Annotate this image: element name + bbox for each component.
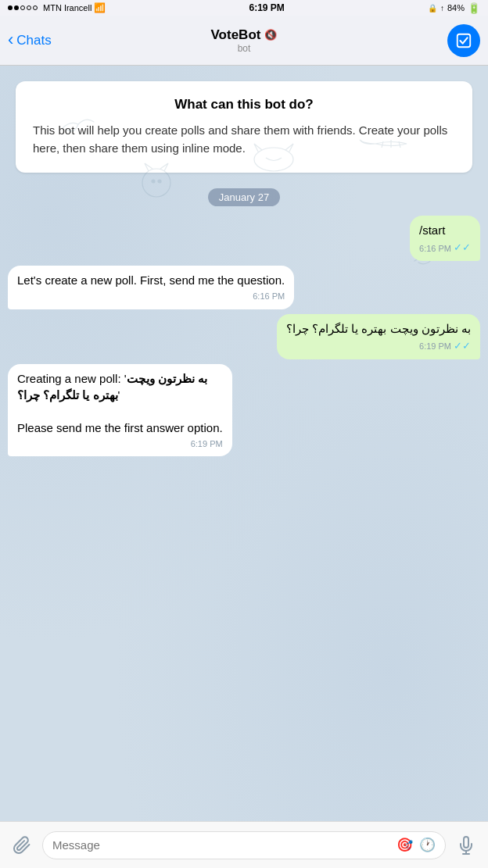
signal-dots — [8, 5, 38, 10]
mute-icon: 🔇 — [264, 29, 277, 41]
bubble-outgoing-2: به نظرتون ویچت بهتره یا تلگرام؟ چرا؟ 6:1… — [277, 314, 480, 359]
message-row: Let's create a new poll. First, send me … — [8, 266, 480, 309]
bot-subtitle: bot — [211, 43, 278, 54]
signal-dot-3 — [20, 5, 25, 10]
microphone-icon — [457, 836, 475, 855]
bubble-time: 6:16 PM — [253, 291, 285, 302]
mic-button[interactable] — [454, 833, 479, 858]
status-bar: MTN Irancell 📶 6:19 PM 🔒 ↑ 84% 🔋 — [0, 0, 488, 16]
bubble-meta: 6:19 PM ✓✓ — [286, 339, 471, 353]
lock-icon: 🔒 — [428, 4, 437, 13]
checkmark-icon — [455, 32, 472, 49]
welcome-card: What can this bot do? This bot will help… — [16, 81, 472, 173]
signal-dot-1 — [8, 5, 13, 10]
emoji-icon: 🕐 — [419, 837, 436, 853]
status-left: MTN Irancell 📶 — [8, 2, 106, 13]
signal-dot-2 — [14, 5, 19, 10]
message-row: Creating a new poll: 'به نظرتون ویچتبهتر… — [8, 364, 480, 456]
svg-rect-0 — [458, 34, 471, 47]
attach-button[interactable] — [9, 833, 34, 858]
nav-bar: ‹ Chats VoteBot 🔇 bot — [0, 16, 488, 66]
message-text: /start — [419, 222, 471, 238]
battery-label: 84% — [447, 3, 465, 13]
read-ticks-icon: ✓✓ — [454, 241, 471, 255]
wifi-icon: 📶 — [94, 2, 106, 13]
bottom-bar: 🎯 🕐 — [0, 821, 488, 868]
nav-center: VoteBot 🔇 bot — [211, 27, 278, 54]
bubble-incoming-1: Let's create a new poll. First, send me … — [8, 266, 294, 309]
message-row: به نظرتون ویچت بهتره یا تلگرام؟ چرا؟ 6:1… — [8, 314, 480, 359]
message-text-persian: به نظرتون ویچت بهتره یا تلگرام؟ چرا؟ — [286, 320, 471, 337]
read-ticks-icon: ✓✓ — [454, 339, 471, 353]
date-separator: January 27 — [8, 188, 480, 206]
messages-list: /start 6:16 PM ✓✓ Let's create a new pol… — [8, 216, 480, 456]
date-label: January 27 — [208, 188, 280, 206]
signal-dot-5 — [33, 5, 38, 10]
back-button[interactable]: ‹ Chats — [8, 33, 70, 48]
bubble-meta: 6:19 PM — [17, 438, 223, 450]
back-label: Chats — [16, 33, 51, 48]
message-row: /start 6:16 PM ✓✓ — [8, 216, 480, 261]
chevron-left-icon: ‹ — [8, 31, 13, 48]
message-input-wrap[interactable]: 🎯 🕐 — [42, 831, 446, 859]
message-text: Let's create a new poll. First, send me … — [17, 272, 285, 288]
welcome-title: What can this bot do? — [33, 97, 455, 113]
chat-title: VoteBot 🔇 — [211, 27, 278, 43]
bubble-outgoing-1: /start 6:16 PM ✓✓ — [410, 216, 480, 261]
chat-area: What can this bot do? This bot will help… — [0, 66, 488, 821]
signal-dot-4 — [27, 5, 31, 10]
bubble-time: 6:16 PM — [419, 243, 451, 255]
bubble-meta: 6:16 PM — [17, 291, 285, 302]
arrow-icon: ↑ — [440, 4, 444, 13]
bubble-time: 6:19 PM — [419, 341, 451, 352]
svg-point-2 — [152, 180, 155, 183]
sticker-icon: 🎯 — [396, 837, 413, 853]
paperclip-icon — [13, 836, 31, 855]
bubble-meta: 6:16 PM ✓✓ — [419, 241, 471, 255]
svg-point-3 — [158, 180, 161, 183]
action-button[interactable] — [447, 24, 480, 57]
status-right: 🔒 ↑ 84% 🔋 — [428, 2, 480, 14]
welcome-body: This bot will help you create polls and … — [33, 122, 455, 157]
message-text: Creating a new poll: 'به نظرتون ویچتبهتر… — [17, 370, 223, 436]
status-time: 6:19 PM — [249, 2, 284, 13]
bubble-time: 6:19 PM — [191, 438, 223, 450]
bot-name: VoteBot — [211, 27, 261, 43]
carrier-label: MTN Irancell — [43, 3, 92, 13]
message-input[interactable] — [52, 838, 390, 852]
bubble-incoming-2: Creating a new poll: 'به نظرتون ویچتبهتر… — [8, 364, 232, 456]
battery-icon: 🔋 — [468, 2, 480, 14]
